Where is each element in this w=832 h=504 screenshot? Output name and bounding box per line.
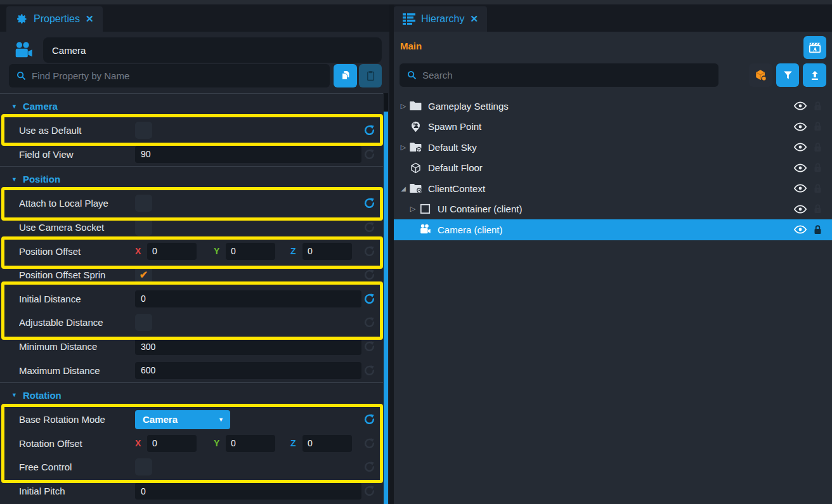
tree-row-gameplay-settings[interactable]: ▷Gameplay Settings bbox=[394, 96, 832, 117]
property-row-rotation-offset: Rotation OffsetX0Y0Z0 bbox=[0, 432, 383, 456]
number-input-initial-pitch[interactable]: 0 bbox=[135, 482, 361, 500]
property-label: Base Rotation Mode bbox=[19, 414, 135, 425]
collapse-triangle-icon: ▼ bbox=[11, 392, 17, 398]
axis-label-z: Z bbox=[290, 438, 300, 448]
paste-properties-button[interactable] bbox=[359, 64, 382, 87]
reset-icon[interactable] bbox=[363, 197, 375, 210]
dropdown-value: Camera bbox=[143, 414, 178, 425]
lock-icon[interactable] bbox=[813, 224, 823, 235]
eye-icon[interactable] bbox=[793, 142, 807, 152]
property-control: 300 bbox=[135, 338, 361, 355]
z-input-position-offset[interactable]: 0 bbox=[302, 243, 352, 260]
reset-icon[interactable] bbox=[363, 316, 375, 329]
property-search-input[interactable] bbox=[32, 70, 330, 81]
reset-icon[interactable] bbox=[363, 340, 375, 353]
close-icon[interactable]: ✕ bbox=[86, 13, 94, 25]
tree-row-clientcontext[interactable]: ◢ClientContext bbox=[394, 178, 832, 199]
gear-icon bbox=[15, 13, 28, 25]
hierarchy-search-input[interactable] bbox=[422, 70, 718, 81]
properties-tab-bar: Properties ✕ bbox=[0, 4, 389, 32]
checkbox-attach-to-local-playe[interactable] bbox=[135, 195, 152, 212]
lock-icon[interactable] bbox=[813, 204, 823, 214]
search-icon bbox=[16, 70, 27, 81]
number-input-maximum-distance[interactable]: 600 bbox=[135, 362, 361, 379]
reset-icon[interactable] bbox=[363, 364, 375, 377]
reset-icon[interactable] bbox=[363, 269, 375, 281]
property-control: X0Y0Z0 bbox=[135, 243, 361, 260]
tree-row-camera-client[interactable]: Camera (client) bbox=[394, 219, 832, 240]
reset-icon[interactable] bbox=[363, 221, 375, 234]
checkbox-position-offset-sprin[interactable]: ✔ bbox=[135, 266, 152, 283]
reset-icon[interactable] bbox=[363, 485, 375, 498]
folder-icon bbox=[408, 100, 422, 112]
copy-properties-button[interactable] bbox=[334, 64, 357, 87]
tree-row-spawn-point[interactable]: Spawn Point bbox=[394, 117, 832, 138]
scrollbar-thumb[interactable] bbox=[384, 112, 388, 504]
y-input-position-offset[interactable]: 0 bbox=[226, 243, 275, 260]
property-control: 0 bbox=[135, 290, 361, 307]
section-header-camera[interactable]: ▼Camera bbox=[0, 93, 383, 119]
x-input-rotation-offset[interactable]: 0 bbox=[147, 435, 197, 452]
number-input-field-of-view[interactable]: 90 bbox=[135, 146, 361, 163]
dropdown-base-rotation-mode[interactable]: Camera▼ bbox=[135, 410, 230, 429]
property-label: Maximum Distance bbox=[19, 365, 135, 376]
lock-icon[interactable] bbox=[813, 183, 823, 194]
tree-row-ui-container-client[interactable]: ▷UI Container (client) bbox=[394, 199, 832, 220]
property-row-initial-distance: Initial Distance0 bbox=[0, 287, 383, 311]
tab-label: Properties bbox=[34, 13, 80, 25]
lock-icon[interactable] bbox=[813, 101, 823, 112]
asset-view-button[interactable] bbox=[749, 63, 772, 87]
hierarchy-panel: Hierarchy ✕ Main bbox=[394, 4, 832, 504]
property-label: Initial Distance bbox=[19, 294, 135, 304]
number-input-minimum-distance[interactable]: 300 bbox=[135, 338, 361, 355]
property-control: Camera▼ bbox=[135, 410, 361, 429]
property-control: 90 bbox=[135, 146, 361, 163]
upload-button[interactable] bbox=[803, 63, 826, 87]
checkbox-use-camera-socket[interactable] bbox=[135, 219, 152, 236]
checkbox-adjustable-distance[interactable] bbox=[135, 314, 152, 331]
expander-collapsed-icon[interactable]: ▷ bbox=[408, 205, 418, 213]
expander-collapsed-icon[interactable]: ▷ bbox=[398, 102, 408, 110]
section-header-rotation[interactable]: ▼Rotation bbox=[0, 382, 383, 408]
reset-icon[interactable] bbox=[363, 461, 375, 474]
z-input-rotation-offset[interactable]: 0 bbox=[302, 435, 352, 452]
tab-properties[interactable]: Properties ✕ bbox=[6, 6, 103, 32]
collapse-triangle-icon: ▼ bbox=[11, 176, 17, 183]
section-header-position[interactable]: ▼Position bbox=[0, 166, 383, 191]
launch-preview-button[interactable] bbox=[803, 36, 826, 59]
x-input-position-offset[interactable]: 0 bbox=[147, 243, 197, 260]
property-row-free-control: Free Control bbox=[0, 455, 383, 479]
asset-cube-icon bbox=[754, 68, 768, 82]
eye-icon[interactable] bbox=[793, 122, 807, 132]
entity-type-camera-icon bbox=[9, 37, 38, 64]
eye-icon[interactable] bbox=[793, 163, 807, 173]
property-control bbox=[135, 195, 361, 212]
reset-icon[interactable] bbox=[363, 148, 375, 160]
reset-icon[interactable] bbox=[363, 437, 375, 449]
reset-icon[interactable] bbox=[363, 292, 375, 305]
tab-hierarchy[interactable]: Hierarchy ✕ bbox=[394, 6, 487, 32]
reset-icon[interactable] bbox=[363, 245, 375, 257]
lock-icon[interactable] bbox=[813, 121, 823, 132]
reset-icon[interactable] bbox=[363, 124, 375, 137]
expander-collapsed-icon[interactable]: ▷ bbox=[398, 143, 408, 152]
reset-icon[interactable] bbox=[363, 413, 375, 426]
eye-icon[interactable] bbox=[793, 204, 807, 214]
expander-expanded-icon[interactable]: ◢ bbox=[398, 185, 408, 192]
number-input-initial-distance[interactable]: 0 bbox=[135, 290, 361, 307]
eye-icon[interactable] bbox=[793, 224, 807, 235]
eye-icon[interactable] bbox=[793, 101, 807, 111]
entity-name-input[interactable] bbox=[43, 37, 382, 63]
lock-icon[interactable] bbox=[813, 142, 823, 153]
axis-label-x: X bbox=[135, 438, 145, 448]
tree-row-default-sky[interactable]: ▷Default Sky bbox=[394, 137, 832, 158]
checkbox-use-as-default[interactable] bbox=[135, 122, 152, 139]
tree-row-default-floor[interactable]: Default Floor bbox=[394, 158, 832, 179]
eye-icon[interactable] bbox=[793, 183, 807, 193]
checkbox-free-control[interactable] bbox=[135, 458, 152, 475]
filter-button[interactable] bbox=[776, 63, 799, 87]
close-icon[interactable]: ✕ bbox=[470, 13, 478, 25]
lock-icon[interactable] bbox=[813, 162, 823, 173]
scrollbar-track[interactable] bbox=[384, 93, 388, 504]
y-input-rotation-offset[interactable]: 0 bbox=[226, 435, 275, 452]
